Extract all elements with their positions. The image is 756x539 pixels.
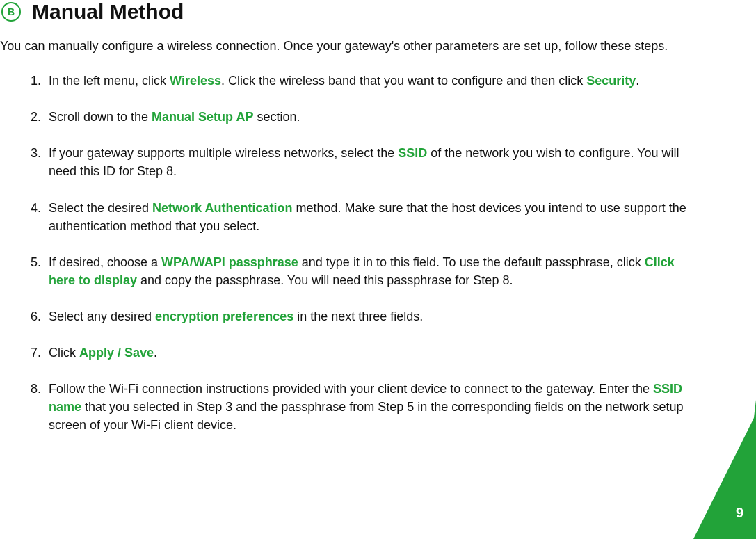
- corner-triangle-front: [693, 414, 756, 539]
- step-text: If your gateway supports multiple wirele…: [49, 146, 398, 160]
- step-3: If your gateway supports multiple wirele…: [45, 144, 695, 180]
- page-corner-decoration: 9: [673, 400, 756, 539]
- step-text: In the left menu, click: [49, 74, 170, 88]
- step-7: Click Apply / Save.: [45, 344, 695, 362]
- step-text: . Click the wireless band that you want …: [221, 74, 586, 88]
- step-text: .: [636, 74, 639, 88]
- step-text: Select the desired: [49, 201, 152, 215]
- step-text: Select any desired: [49, 309, 155, 323]
- page: B Manual Method You can manually configu…: [0, 0, 756, 539]
- step-text: in the next three fields.: [293, 309, 423, 323]
- highlight-network-authentication: Network Authentication: [152, 201, 292, 215]
- step-5: If desired, choose a WPA/WAPI passphrase…: [45, 253, 695, 289]
- step-text: section.: [253, 110, 300, 124]
- step-2: Scroll down to the Manual Setup AP secti…: [45, 108, 695, 126]
- intro-paragraph: You can manually configure a wireless co…: [0, 38, 695, 55]
- badge-letter: B: [8, 6, 15, 17]
- step-1: In the left menu, click Wireless. Click …: [45, 72, 695, 90]
- step-text: that you selected in Step 3 and the pass…: [49, 400, 684, 432]
- step-text: Click: [49, 346, 79, 360]
- step-text: Follow the Wi-Fi connection instructions…: [49, 382, 653, 396]
- step-text: and type it in to this field. To use the…: [298, 255, 645, 269]
- step-text: and copy the passphrase. You will need t…: [137, 273, 513, 287]
- highlight-manual-setup-ap: Manual Setup AP: [152, 110, 253, 124]
- section-badge: B: [1, 2, 21, 22]
- steps-list: In the left menu, click Wireless. Click …: [0, 72, 695, 434]
- highlight-encryption-preferences: encryption preferences: [155, 309, 293, 323]
- highlight-ssid: SSID: [398, 146, 427, 160]
- header-row: B Manual Method: [0, 0, 714, 24]
- step-text: If desired, choose a: [49, 255, 161, 269]
- page-number: 9: [736, 505, 743, 521]
- page-title: Manual Method: [32, 0, 184, 24]
- highlight-security: Security: [586, 74, 636, 88]
- step-6: Select any desired encryption preference…: [45, 307, 695, 325]
- step-text: Scroll down to the: [49, 110, 152, 124]
- step-8: Follow the Wi-Fi connection instructions…: [45, 380, 695, 434]
- step-text: .: [154, 346, 157, 360]
- highlight-apply-save: Apply / Save: [79, 346, 154, 360]
- highlight-wireless: Wireless: [170, 74, 221, 88]
- step-4: Select the desired Network Authenticatio…: [45, 199, 695, 235]
- highlight-wpa-passphrase: WPA/WAPI passphrase: [161, 255, 298, 269]
